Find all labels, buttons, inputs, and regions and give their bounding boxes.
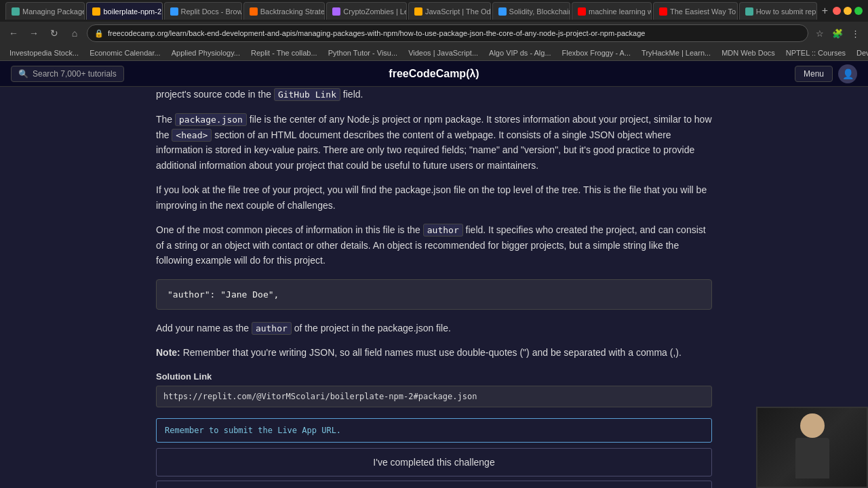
bookmark-videos[interactable]: Videos | JavaScript... [404, 47, 482, 58]
webcam-overlay [756, 407, 868, 488]
new-tab-btn[interactable]: + [818, 2, 831, 20]
search-icon: 🔍 [18, 69, 28, 79]
tab-label: How to submit replit... [756, 7, 817, 16]
para-source-text: project's source code in the [156, 89, 274, 100]
bookmark-economic[interactable]: Economic Calendar... [85, 47, 165, 58]
bookmark-algo[interactable]: Algo VIP ds - Alg... [485, 47, 555, 58]
author-code-inline: author [423, 224, 463, 237]
package-json-code: package.json [175, 113, 247, 126]
complete-challenge-btn[interactable]: I've completed this challenge [156, 448, 712, 476]
note-text: Remember that you're writing JSON, so al… [183, 347, 682, 358]
extensions-btn[interactable]: 🧩 [830, 26, 845, 41]
instruction-prefix: Add your name as the [156, 323, 252, 333]
tab-label: boilerplate-npm-2 -... [103, 7, 162, 16]
home-btn[interactable]: ⌂ [66, 25, 83, 41]
refresh-btn[interactable]: ↻ [46, 25, 62, 41]
person-silhouette [792, 413, 833, 481]
window-maximize-btn[interactable] [854, 7, 863, 15]
browser-menu-btn[interactable]: ⋮ [848, 26, 863, 41]
fcc-menu-btn[interactable]: Menu [795, 66, 833, 82]
tab-favicon [332, 7, 340, 16]
fcc-search-bar[interactable]: 🔍 Search 7,000+ tutorials [11, 66, 124, 82]
tab-easiest-way[interactable]: The Easiest Way To M... × [653, 2, 738, 20]
browser-chrome: Managing Packages... × boilerplate-npm-2… [0, 0, 868, 61]
bookmark-star-btn[interactable]: ☆ [812, 26, 827, 41]
tab-backtracking[interactable]: Backtracking Strategi... × [243, 2, 326, 20]
nav-icons-right: ☆ 🧩 ⋮ [812, 26, 863, 41]
tab-solidity[interactable]: Solidity, Blockchain,... × [492, 2, 570, 20]
fcc-avatar[interactable]: 👤 [838, 64, 857, 83]
para-note: Note: Remember that you're writing JSON,… [156, 345, 712, 360]
bookmark-python-tutor[interactable]: Python Tutor - Visu... [324, 47, 402, 58]
person-head [800, 413, 825, 438]
fcc-logo: freeCodeCamp(λ) [389, 68, 479, 80]
tab-favicon [12, 7, 20, 16]
tab-bar: Managing Packages... × boilerplate-npm-2… [0, 0, 868, 22]
bookmark-physiology[interactable]: Applied Physiology... [167, 47, 244, 58]
bookmarks-bar: Investopedia Stock... Economic Calendar.… [0, 45, 868, 61]
window-close-btn[interactable] [833, 7, 841, 15]
fcc-header: 🔍 Search 7,000+ tutorials freeCodeCamp(λ… [0, 61, 868, 87]
para-author: One of the most common pieces of informa… [156, 222, 712, 268]
tab-favicon [414, 7, 422, 16]
author-code-instruction: author [252, 322, 292, 335]
content-area: project's source code in the GitHub Link… [129, 87, 739, 488]
back-btn[interactable]: ← [5, 25, 22, 41]
forward-btn[interactable]: → [26, 25, 42, 41]
instruction-suffix: of the project in the package.json file. [292, 323, 451, 333]
warning-text: Remember to submit the Live App URL. [165, 426, 341, 435]
tab-favicon [578, 7, 586, 16]
para-package-desc2: section of an HTML document describes th… [156, 129, 694, 171]
solution-link-section: Solution Link [156, 371, 712, 407]
address-bar[interactable]: 🔒 freecodecamp.org/learn/back-end-develo… [87, 24, 808, 42]
tab-label: The Easiest Way To M... [670, 7, 738, 16]
tab-replit[interactable]: Replit Docs - Brows... × [164, 2, 242, 20]
bookmark-replit[interactable]: Replit - The collab... [247, 47, 321, 58]
solution-link-input[interactable] [156, 386, 712, 407]
github-link-code: GitHub Link [274, 88, 340, 101]
bookmark-devdocs[interactable]: DevDocs API: Docu... [852, 47, 868, 58]
para-package-json: The package.json file is the center of a… [156, 112, 712, 173]
para-file-tree-text: If you look at the file tree of your pro… [156, 184, 707, 210]
solution-link-label: Solution Link [156, 371, 712, 382]
bookmark-flexbox[interactable]: Flexbox Froggy - A... [558, 47, 635, 58]
tab-submit-replit[interactable]: How to submit replit... × [739, 2, 817, 20]
tab-cryptozombies[interactable]: CryptoZombies | Les... × [326, 2, 407, 20]
nav-bar: ← → ↻ ⌂ 🔒 freecodecamp.org/learn/back-en… [0, 22, 868, 45]
bookmark-investopedia[interactable]: Investopedia Stock... [5, 47, 83, 58]
address-text: freecodecamp.org/learn/back-end-developm… [108, 29, 645, 37]
bookmark-mdn[interactable]: MDN Web Docs [717, 47, 779, 58]
head-code: <head> [172, 129, 212, 142]
tab-label: Solidity, Blockchain,... [509, 7, 570, 16]
para-instruction: Add your name as the author of the proje… [156, 321, 712, 336]
tab-favicon [745, 7, 753, 16]
tab-favicon [250, 7, 258, 16]
tab-label: Backtracking Strategi... [260, 7, 326, 16]
note-label: Note: [156, 347, 180, 358]
tab-boilerplate[interactable]: boilerplate-npm-2 -... × [86, 2, 162, 20]
window-minimize-btn[interactable] [844, 7, 852, 15]
fcc-menu-area: Menu 👤 [795, 64, 857, 83]
person-body [795, 438, 829, 479]
warning-box: Remember to submit the Live App URL. [156, 418, 712, 443]
para-the: The [156, 114, 175, 125]
bookmark-nptel[interactable]: NPTEL :: Courses [782, 47, 850, 58]
tab-favicon [170, 7, 178, 16]
tab-label: machine learning wit... [589, 7, 652, 16]
bookmark-tryhackme[interactable]: TryHackMe | Learn... [637, 47, 715, 58]
code-example-text: "author": "Jane Doe", [167, 289, 279, 300]
tab-ml[interactable]: machine learning wit... × [572, 2, 652, 20]
webcam-feed [757, 408, 867, 487]
tab-favicon [92, 7, 100, 16]
tab-managing-packages[interactable]: Managing Packages... × [5, 2, 85, 20]
search-placeholder: Search 7,000+ tutorials [33, 69, 117, 79]
tab-javascript[interactable]: JavaScript | The Odin... × [408, 2, 491, 20]
para-source-code: project's source code in the GitHub Link… [156, 87, 712, 102]
tab-label: CryptoZombies | Les... [343, 7, 407, 16]
tab-favicon [659, 7, 667, 16]
para-author-prefix: One of the most common pieces of informa… [156, 224, 423, 235]
para-file-tree: If you look at the file tree of your pro… [156, 182, 712, 213]
tab-label: Managing Packages... [22, 7, 85, 16]
code-example-block: "author": "Jane Doe", [156, 279, 712, 310]
get-hint-btn[interactable]: Get a Hint [156, 481, 712, 488]
